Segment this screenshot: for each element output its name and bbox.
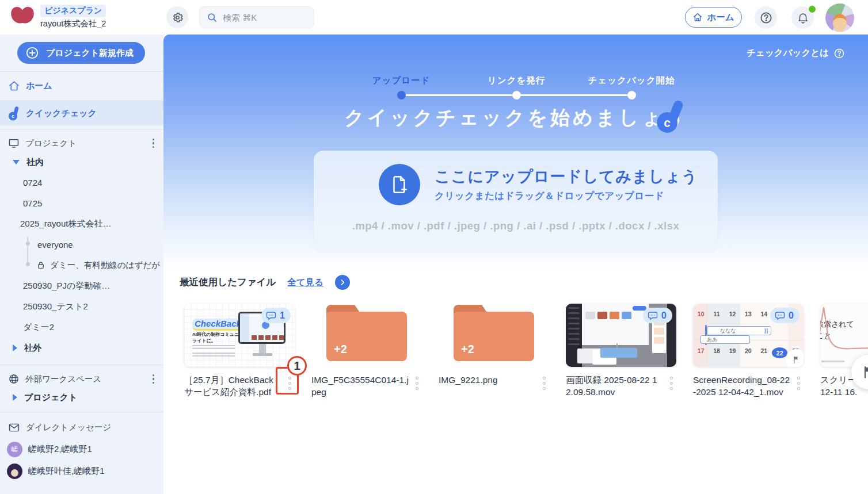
sidebar-section-direct-messages[interactable]: ダイレクトメッセージ xyxy=(0,418,163,437)
file-card-folder[interactable]: +2 IMG_9221.png xyxy=(439,304,549,399)
sidebar-project-item[interactable]: 2025_rayout株式会社… xyxy=(0,214,163,233)
workspace-logo-icon[interactable] xyxy=(9,4,36,30)
file-menu-button[interactable] xyxy=(666,374,676,390)
divider xyxy=(0,71,163,72)
project-label: 250930_テスト2 xyxy=(23,301,88,312)
sidebar-section-external-workspace[interactable]: 外部ワークスペース xyxy=(0,369,163,389)
sidebar-item-home[interactable]: ホーム xyxy=(0,76,163,95)
badge-count: 0 xyxy=(661,310,667,321)
badge-count: 0 xyxy=(789,310,794,321)
file-card-folder[interactable]: +2 IMG_F5C35554C014-1.jpeg xyxy=(311,304,422,399)
gear-icon xyxy=(172,12,184,24)
home-button-label: ホーム xyxy=(707,12,734,24)
divider xyxy=(0,365,163,365)
annotation-number: 1 xyxy=(294,359,300,373)
see-all-arrow-button[interactable] xyxy=(335,275,350,290)
calendar-thumbnail[interactable]: 10111213141516 17181920212223 ななな|| ああ 0 xyxy=(693,304,804,367)
file-menu-button[interactable] xyxy=(412,374,422,390)
badge-count: 1 xyxy=(280,310,285,321)
search-input[interactable] xyxy=(223,13,303,22)
checkback-b-icon: c xyxy=(8,106,20,121)
quick-check-hero: チェックバックとは アップロード リンクを発行 チェックバック開始 クイックチェ… xyxy=(163,35,868,270)
thumb-text: ライトに。 xyxy=(192,338,216,344)
dm-item[interactable]: 嵯 嵯峨野2,嵯峨野1 xyxy=(0,439,163,459)
comment-bubble-icon xyxy=(775,311,785,321)
thumb-monitor-stand xyxy=(259,344,266,353)
sidebar-project-item[interactable]: 0725 xyxy=(0,193,163,213)
what-is-checkback-label: チェックバックとは xyxy=(747,47,829,59)
folder-icon: +2 xyxy=(326,305,407,361)
see-all-link[interactable]: 全て見る xyxy=(287,277,323,289)
thumb-text-lines xyxy=(192,345,235,346)
folder-thumbnail[interactable]: +2 xyxy=(439,304,549,367)
file-menu-button[interactable] xyxy=(539,374,549,390)
top-bar: ビジネスプラン rayout株式会社_2 ホーム xyxy=(0,0,868,35)
subproject-label: everyone xyxy=(37,240,73,250)
folder-icon: +2 xyxy=(454,305,534,361)
file-name: IMG_F5C35554C014-1.jpeg xyxy=(311,374,409,399)
chevron-right-icon xyxy=(338,278,347,286)
sidebar-group-internal[interactable]: 社内 xyxy=(0,152,163,172)
sidebar-project-item[interactable]: ダミー2 xyxy=(0,317,163,337)
new-project-button[interactable]: プロジェクト新規作成 xyxy=(17,42,145,64)
sidebar-home-label: ホーム xyxy=(26,81,52,91)
upload-subtitle: クリックまたはドラッグ＆ドロップでアップロード xyxy=(435,190,664,202)
project-label: 0724 xyxy=(23,178,42,187)
upload-extensions: .mp4 / .mov / .pdf / .jpeg / .png / .ai … xyxy=(314,220,718,232)
file-card-video[interactable]: 0 画面収録 2025-08-22 12.09.58.mov xyxy=(566,304,676,399)
upload-dropzone[interactable]: ここにアップロードしてみましょう クリックまたはドラッグ＆ドロップでアップロード… xyxy=(314,151,718,251)
search-box[interactable] xyxy=(199,6,314,28)
sidebar-project-item[interactable]: 250930_PJの挙動確… xyxy=(0,276,163,296)
step-dot-start xyxy=(627,91,636,99)
home-button[interactable]: ホーム xyxy=(685,7,742,28)
chevron-collapsed-icon xyxy=(13,344,17,351)
sidebar-project-item[interactable]: 250930_テスト2 xyxy=(0,297,163,316)
file-name: ScreenRecording_08-22-2025 12-04-42_1.mo… xyxy=(693,374,791,399)
step-label-start: チェックバック開始 xyxy=(568,75,695,87)
step-dot-upload xyxy=(397,91,406,99)
home-icon xyxy=(692,12,703,22)
pdf-thumbnail[interactable]: 1 CheckBack で AI時代の制作コミュニケーションを ライトに。 xyxy=(184,304,295,367)
notification-dot xyxy=(808,5,817,14)
video-thumbnail[interactable]: 0 xyxy=(566,304,676,367)
projects-menu-button[interactable] xyxy=(153,139,155,148)
sidebar-group-external[interactable]: 社外 xyxy=(0,338,163,358)
help-button[interactable] xyxy=(755,6,777,29)
sidebar-subproject-item[interactable]: ダミー、有料動線のはずだが xyxy=(0,255,163,275)
sidebar-project-item[interactable]: 0724 xyxy=(0,173,163,192)
external-menu-button[interactable] xyxy=(153,374,155,384)
file-card-video[interactable]: 10111213141516 17181920212223 ななな|| ああ 0… xyxy=(693,304,804,399)
bell-icon xyxy=(797,12,809,24)
user-avatar[interactable] xyxy=(825,3,854,32)
sidebar-subproject-item[interactable]: everyone xyxy=(0,235,163,254)
new-project-label: プロジェクト新規作成 xyxy=(46,48,134,59)
search-icon xyxy=(207,12,218,23)
sidebar-external-project[interactable]: プロジェクト xyxy=(0,388,163,407)
project-label: ダミー2 xyxy=(23,322,54,333)
projects-header-label: プロジェクト xyxy=(25,138,77,149)
chevron-collapsed-icon xyxy=(13,394,17,401)
settings-button[interactable] xyxy=(166,6,188,28)
group-external-label: 社外 xyxy=(24,343,41,354)
lock-icon xyxy=(36,261,45,270)
file-menu-button[interactable] xyxy=(793,374,804,390)
dm-name: 嵯峨野叶佳,嵯峨野1 xyxy=(28,466,105,477)
sidebar-item-quick-check[interactable]: c クイックチェック xyxy=(0,101,163,125)
step-dot-link xyxy=(512,91,521,99)
document-plus-icon xyxy=(389,174,410,196)
group-internal-label: 社内 xyxy=(26,157,44,168)
dm-item[interactable]: 嵯峨野叶佳,嵯峨野1 xyxy=(0,461,163,481)
checkback-b-logo: c xyxy=(656,98,686,135)
sidebar: プロジェクト新規作成 ホーム c クイックチェック プロジェクト 社内 0724… xyxy=(0,35,163,494)
flag-icon xyxy=(792,355,801,364)
sidebar-section-projects[interactable]: プロジェクト xyxy=(0,133,163,153)
folder-overflow-count: +2 xyxy=(334,343,347,356)
flag-marker-button[interactable] xyxy=(786,349,804,367)
cal-event-bar: ああ xyxy=(701,335,750,344)
project-label: 2025_rayout株式会社… xyxy=(20,219,111,229)
home-icon xyxy=(8,80,20,92)
plan-badge: ビジネスプラン xyxy=(40,5,106,17)
hero-title: クイックチェックを始めましょう xyxy=(163,105,868,131)
folder-thumbnail[interactable]: +2 xyxy=(311,304,422,367)
what-is-checkback-link[interactable]: チェックバックとは xyxy=(747,47,845,59)
